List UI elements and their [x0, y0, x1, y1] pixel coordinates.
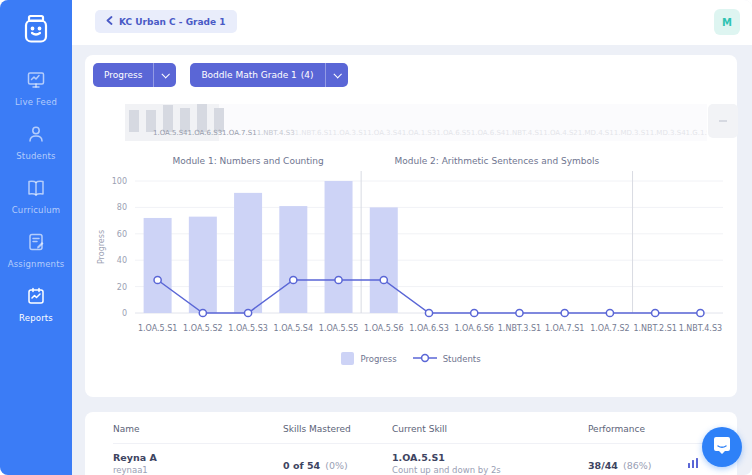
curriculum-label: Boddle Math Grade 1 [201, 70, 296, 80]
y-tick-label: 40 [117, 256, 127, 265]
curriculum-dropdown[interactable]: Boddle Math Grade 1 (4) [190, 63, 347, 87]
minimap-reset-button[interactable] [708, 104, 738, 138]
curriculum-icon [26, 178, 46, 202]
sidebar-item-assignments[interactable]: Assignments [0, 230, 72, 271]
view-type-dropdown[interactable]: Progress [93, 63, 176, 87]
curriculum-count: (4) [301, 70, 314, 80]
student-name: Reyna A [113, 452, 283, 463]
col-skills-mastered: Skills Mastered [283, 424, 392, 434]
minimap-skill-label: 1.MD.4.S1 [578, 129, 614, 137]
minimap-bar [163, 105, 173, 132]
x-tick-label: 1.OA.5.S4 [274, 324, 313, 333]
skills-mastered-cell: 0 of 54 (0%) [283, 454, 392, 473]
skills-minimap-scrollbar[interactable]: 1.OA.5.S41.OA.6.S31.OA.7.S11.NBT.4.S31.N… [125, 104, 707, 141]
students-point [606, 309, 613, 316]
sidebar-item-label: Students [16, 151, 56, 161]
current-skill-code: 1.OA.5.S1 [392, 452, 588, 463]
bar-chart-icon [687, 454, 699, 473]
students-point [290, 276, 297, 283]
minimap-labels: 1.OA.5.S41.OA.6.S31.OA.7.S11.NBT.4.S31.N… [153, 129, 699, 137]
minimap-skill-label: 1.OA.3.S1 [333, 129, 368, 137]
minimap-skill-label: 1.OA.5.S4 [153, 129, 188, 137]
x-tick-label: 1.OA.7.S2 [590, 324, 629, 333]
progress-bar [370, 207, 398, 313]
progress-bar [234, 193, 262, 313]
legend-progress: Progress [341, 352, 396, 365]
x-tick-label: 1.OA.7.S1 [545, 324, 584, 333]
back-chevron-icon [106, 16, 113, 27]
legend-progress-label: Progress [360, 354, 396, 364]
minimap-skill-label: 1.OA.1.S3 [402, 129, 437, 137]
minimap-skill-label: 1.NBT.4.S1 [505, 129, 543, 137]
minimap-skill-label: 1.OA.7.S1 [222, 129, 257, 137]
student-username: reynaa1 [113, 465, 283, 475]
sidebar-item-reports[interactable]: Reports [0, 284, 72, 325]
students-point [697, 309, 704, 316]
progress-bar [279, 206, 307, 313]
performance-value: 38/44 [588, 460, 618, 471]
progress-swatch-icon [341, 352, 354, 365]
y-tick-label: 100 [112, 177, 127, 186]
module-title: Module 2: Arithmetic Sentences and Symbo… [394, 156, 599, 166]
legend-students: Students [413, 353, 481, 365]
minimap-skill-label: 1.NBT.6.S1 [295, 129, 333, 137]
col-performance: Performance [588, 424, 683, 434]
sidebar-item-curriculum[interactable]: Curriculum [0, 176, 72, 217]
chat-icon [712, 435, 732, 459]
sidebar-item-label: Reports [19, 313, 53, 323]
students-table-card: Name Skills Mastered Current Skill Perfo… [85, 412, 737, 475]
col-current-skill: Current Skill [392, 424, 588, 434]
progress-chart: 020406080100ProgressModule 1: Numbers an… [93, 155, 729, 345]
minimap-skill-label: 1.OA.6.S4 [471, 129, 506, 137]
progress-bar [144, 218, 172, 313]
minimap-skill-label: 1.OA.6.S5 [436, 129, 471, 137]
performance-pct: (86%) [623, 460, 652, 471]
back-button[interactable]: KC Urban C - Grade 1 [95, 10, 237, 33]
y-tick-label: 80 [117, 203, 127, 212]
students-point [516, 309, 523, 316]
sidebar-item-label: Assignments [8, 259, 65, 269]
reports-icon [26, 286, 46, 310]
x-tick-label: 1.OA.5.S6 [364, 324, 403, 333]
students-point [244, 309, 251, 316]
table-row[interactable]: Reyna A reynaa1 0 of 54 (0%) 1.OA.5.S1 C… [113, 452, 721, 475]
students-point [471, 309, 478, 316]
x-tick-label: 1.OA.5.S2 [183, 324, 222, 333]
report-toolbar: Progress Boddle Math Grade 1 (4) [93, 63, 348, 87]
students-icon [26, 124, 46, 148]
avatar-initial: M [722, 17, 732, 28]
view-type-label: Progress [93, 63, 153, 87]
x-tick-label: 1.NBT.3.S1 [498, 324, 541, 333]
progress-bar [325, 181, 353, 313]
minimap-skill-label: 1.MD.3.S1 [614, 129, 650, 137]
y-tick-label: 20 [117, 283, 127, 292]
minimap-bar [197, 104, 207, 132]
students-point [561, 309, 568, 316]
chat-launcher-button[interactable] [702, 427, 742, 467]
student-report-button[interactable] [687, 454, 699, 473]
table-header: Name Skills Mastered Current Skill Perfo… [113, 424, 721, 444]
user-avatar[interactable]: M [714, 9, 740, 35]
legend-students-label: Students [443, 354, 481, 364]
sidebar-item-students[interactable]: Students [0, 122, 72, 163]
progress-report-card: Progress Boddle Math Grade 1 (4) 1.OA.5.… [85, 55, 737, 397]
sidebar-item-label: Curriculum [12, 205, 61, 215]
boddle-logo-icon[interactable] [19, 12, 53, 50]
students-point [652, 309, 659, 316]
minimap-skill-label: 1.G.1.S2 [686, 129, 707, 137]
skills-mastered-pct: (0%) [325, 460, 347, 471]
sidebar-item-live-feed[interactable]: Live Feed [0, 68, 72, 109]
x-tick-label: 1.NBT.2.S1 [633, 324, 676, 333]
x-tick-label: 1.NBT.4.S3 [679, 324, 722, 333]
current-skill-cell: 1.OA.5.S1 Count up and down by 2s [392, 452, 588, 475]
minimap-skill-label: 1.OA.3.S4 [367, 129, 402, 137]
y-tick-label: 60 [117, 230, 127, 239]
minimap-skill-label: 1.NBT.4.S3 [257, 129, 295, 137]
sidebar: Live Feed Students Curriculum [0, 0, 72, 475]
chevron-down-icon [153, 63, 176, 87]
chart-legend: Progress Students [85, 352, 737, 365]
progress-bar [189, 217, 217, 313]
y-tick-label: 0 [122, 309, 127, 318]
minimap-skill-label: 1.OA.4.S2 [543, 129, 578, 137]
x-tick-label: 1.OA.6.S6 [454, 324, 493, 333]
